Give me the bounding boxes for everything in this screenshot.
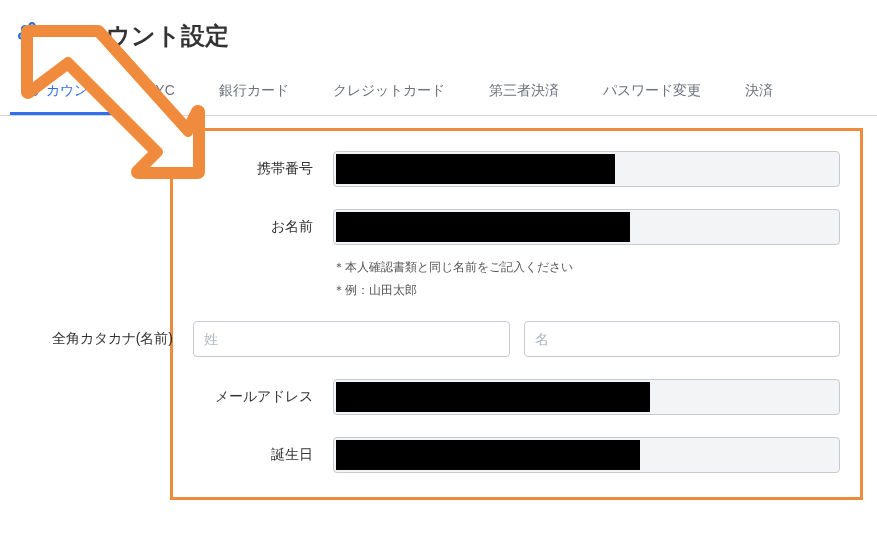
gear-icon — [18, 22, 46, 50]
tab-account[interactable]: アカウント — [10, 70, 124, 115]
tabs: アカウント KYC 銀行カード クレジットカード 第三者決済 パスワード変更 決… — [0, 70, 877, 116]
tab-credit-card[interactable]: クレジットカード — [311, 70, 467, 115]
page-title: アカウント設定 — [56, 20, 229, 52]
name-label: お名前 — [193, 209, 313, 236]
birthdate-label: 誕生日 — [193, 437, 313, 464]
tab-password-change[interactable]: パスワード変更 — [581, 70, 723, 115]
phone-label: 携帯番号 — [193, 151, 313, 178]
email-label: メールアドレス — [193, 379, 313, 406]
kana-sei-input[interactable] — [193, 321, 510, 357]
kana-mei-input[interactable] — [524, 321, 841, 357]
kana-label: 全角カタカナ(名前) — [28, 321, 173, 348]
name-hint: ＊本人確認書類と同じ名前をご記入ください ＊例：山田太郎 — [333, 253, 840, 299]
tab-bank-card[interactable]: 銀行カード — [197, 70, 311, 115]
tab-third-party-payment[interactable]: 第三者決済 — [467, 70, 581, 115]
tab-kyc[interactable]: KYC — [124, 70, 197, 115]
tab-payment[interactable]: 決済 — [723, 70, 795, 115]
svg-point-0 — [29, 33, 36, 40]
form-area: 携帯番号 お名前 ＊本人確認書類と同じ名前をご記入ください ＊例：山田太郎 全角… — [170, 128, 863, 500]
